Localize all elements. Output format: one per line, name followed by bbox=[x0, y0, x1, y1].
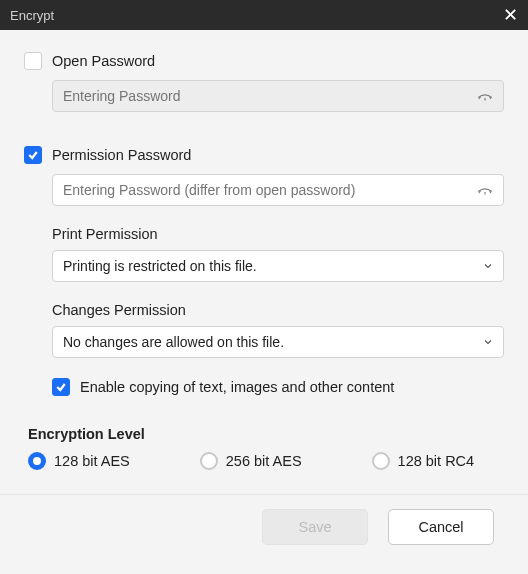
encryption-option-label: 256 bit AES bbox=[226, 453, 302, 469]
dialog-footer: Save Cancel bbox=[24, 495, 504, 545]
radio-icon bbox=[372, 452, 390, 470]
permission-password-input[interactable] bbox=[52, 174, 504, 206]
permission-password-checkbox[interactable] bbox=[24, 146, 42, 164]
encryption-option-256-aes[interactable]: 256 bit AES bbox=[200, 452, 302, 470]
print-permission-select[interactable]: Printing is restricted on this file. bbox=[52, 250, 504, 282]
titlebar: Encrypt ✕ bbox=[0, 0, 528, 30]
changes-permission-select[interactable]: No changes are allowed on this file. bbox=[52, 326, 504, 358]
encryption-option-128-aes[interactable]: 128 bit AES bbox=[28, 452, 130, 470]
encryption-option-128-rc4[interactable]: 128 bit RC4 bbox=[372, 452, 475, 470]
permission-password-label: Permission Password bbox=[52, 147, 191, 163]
cancel-button[interactable]: Cancel bbox=[388, 509, 494, 545]
enable-copy-row: Enable copying of text, images and other… bbox=[52, 378, 504, 396]
radio-icon bbox=[200, 452, 218, 470]
enable-copy-label: Enable copying of text, images and other… bbox=[80, 379, 394, 395]
encryption-options: 128 bit AES 256 bit AES 128 bit RC4 bbox=[28, 452, 504, 470]
open-password-row: Open Password bbox=[24, 52, 504, 70]
open-password-checkbox[interactable] bbox=[24, 52, 42, 70]
open-password-input bbox=[52, 80, 504, 112]
save-button-label: Save bbox=[298, 519, 331, 535]
dialog-title: Encrypt bbox=[10, 8, 54, 23]
permission-password-row: Permission Password bbox=[24, 146, 504, 164]
print-permission-label: Print Permission bbox=[52, 226, 504, 242]
open-password-label: Open Password bbox=[52, 53, 155, 69]
enable-copy-checkbox[interactable] bbox=[52, 378, 70, 396]
changes-permission-select-wrap: No changes are allowed on this file. bbox=[52, 326, 504, 358]
print-permission-select-wrap: Printing is restricted on this file. bbox=[52, 250, 504, 282]
close-icon[interactable]: ✕ bbox=[503, 6, 518, 24]
encryption-option-label: 128 bit AES bbox=[54, 453, 130, 469]
encryption-option-label: 128 bit RC4 bbox=[398, 453, 475, 469]
permission-password-field bbox=[52, 174, 504, 206]
eye-hidden-icon[interactable] bbox=[476, 181, 494, 199]
eye-hidden-icon bbox=[476, 87, 494, 105]
radio-icon bbox=[28, 452, 46, 470]
encryption-heading: Encryption Level bbox=[28, 426, 504, 442]
chevron-down-icon bbox=[482, 260, 494, 272]
print-permission-value: Printing is restricted on this file. bbox=[63, 258, 257, 274]
dialog-body: Open Password Permission Password Print … bbox=[0, 30, 528, 555]
save-button[interactable]: Save bbox=[262, 509, 368, 545]
chevron-down-icon bbox=[482, 336, 494, 348]
open-password-field bbox=[52, 80, 504, 112]
cancel-button-label: Cancel bbox=[418, 519, 463, 535]
changes-permission-value: No changes are allowed on this file. bbox=[63, 334, 284, 350]
changes-permission-label: Changes Permission bbox=[52, 302, 504, 318]
